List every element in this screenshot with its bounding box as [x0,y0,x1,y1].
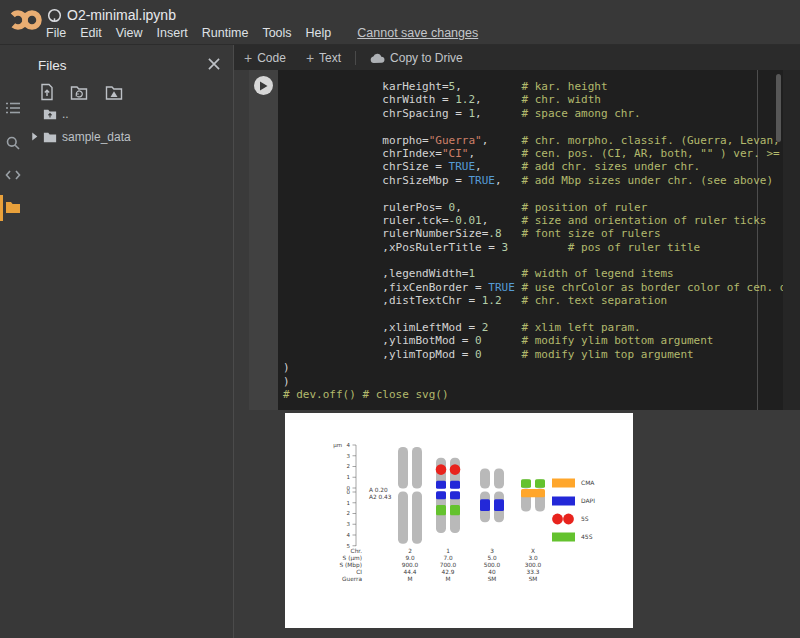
table-row-label: S (Mbp) [340,562,362,569]
table-cell-value: SM [529,576,538,582]
add-code-button[interactable]: + Code [234,45,296,70]
colab-logo[interactable] [8,7,42,33]
mark-5S [450,464,461,475]
code-line [283,187,783,200]
menu-edit[interactable]: Edit [80,26,102,40]
mark-45S [450,505,460,515]
refresh-folder-icon[interactable] [70,83,88,101]
table-cell-value: 900.0 [402,562,419,568]
legend-label: DAPI [581,497,595,504]
run-cell-button[interactable] [254,76,273,95]
code-line: karHeight=5, # kar. height [283,80,783,93]
karyotype-plot: µm43210012345A 0.20A2 0.43CMADAPI5S45SCh… [285,413,633,628]
files-icon[interactable] [5,199,21,215]
table-of-contents-icon[interactable] [5,100,21,116]
files-panel-title: Files [38,58,67,73]
code-line: ruler.tck=-0.01, # size and orientation … [283,214,783,227]
cloud-icon [370,52,385,64]
menu-help[interactable]: Help [306,26,332,40]
code-line: ,distTextChr = 1.2 # chr. text separatio… [283,294,783,307]
table-row-label: CI [356,569,362,575]
table-cell-value: 42.9 [442,569,455,575]
code-line: rulerPos= 0, # position of ruler [283,201,783,214]
close-icon[interactable] [205,55,223,73]
table-cell-value: 3 [490,548,494,554]
mount-drive-icon[interactable] [105,83,123,101]
editor-scrollbar-thumb[interactable] [776,74,781,142]
table-cell-value: 5.0 [487,555,497,561]
code-line: chrWidth = 1.2, # chr. width [283,93,783,106]
mark-DAPI [480,499,490,511]
table-cell-value: M [445,576,450,582]
code-line: ,xlimLeftMod = 2 # xlim left param. [283,321,783,334]
asymmetry-index-label: A 0.20 [369,487,388,493]
ruler-tick-label: 4 [347,442,351,448]
code-line: ,ylimTopMod = 0 # modify ylim top argume… [283,348,783,361]
chevron-right-icon[interactable] [30,132,39,141]
upload-file-icon[interactable] [38,83,56,101]
code-line: ,ylimBotMod = 0 # modify ylim bottom arg… [283,334,783,347]
copy-to-drive-button[interactable]: Copy to Drive [360,45,473,70]
table-cell-value: 700.0 [440,562,457,568]
table-row-label: S (µm) [343,555,362,562]
table-cell-value: 1 [446,548,450,554]
ruler-tick-label: 2 [347,510,351,516]
asymmetry-index-label: A2 0.43 [369,494,392,500]
app-header: O2-minimal.ipynb File Edit View Insert R… [0,0,800,45]
code-line: # dev.off() # close svg() [283,388,783,401]
legend-label: 45S [581,533,593,540]
menu-insert[interactable]: Insert [157,26,188,40]
legend-swatch-CMA [552,479,575,488]
code-line: ) [283,375,783,388]
menu-view[interactable]: View [116,26,143,40]
notebook-title[interactable]: O2-minimal.ipynb [67,7,176,23]
mark-DAPI [450,491,460,499]
menu-runtime[interactable]: Runtime [202,26,249,40]
save-status-link[interactable]: Cannot save changes [357,26,478,40]
chromosome-2-short-arm [398,447,408,489]
folder-up-icon [43,107,57,121]
code-editor[interactable]: karHeight=5, # kar. height chrWidth = 1.… [278,70,783,410]
tree-item-sample-data[interactable]: sample_data [26,129,233,145]
cell-output-image: µm43210012345A 0.20A2 0.43CMADAPI5S45SCh… [285,413,633,628]
add-text-label: Text [319,51,341,65]
code-line: rulerNumberSize=.8 # font size of rulers [283,227,783,240]
tree-item-label: sample_data [62,130,131,144]
chromosome-3-short-arm [480,469,490,489]
code-line [283,254,783,267]
table-row-label: Chr. [351,548,363,554]
table-cell-value: 40 [488,569,496,575]
toolbar-divider [355,51,356,65]
colab-app: { "header": { "filename": "O2-minimal.ip… [0,0,800,638]
table-cell-value: 500.0 [484,562,501,568]
table-cell-value: 33.3 [527,569,540,575]
menu-tools[interactable]: Tools [262,26,291,40]
table-cell-value: 44.4 [404,569,417,575]
mark-DAPI [450,481,460,489]
code-line: chrSizeMbp = TRUE, # add Mbp sizes under… [283,174,783,187]
mark-DAPI [436,481,446,489]
ruler-title: µm [333,442,342,449]
ruler-tick-label: 1 [347,500,351,506]
mark-DAPI [436,491,446,499]
code-line: chrSpacing = 1, # space among chr. [283,107,783,120]
legend-label: 5S [581,515,589,522]
ruler-tick-label: 3 [347,453,351,459]
mark-CMA [521,489,545,497]
table-cell-value: M [407,576,412,582]
table-cell-value: SM [488,576,497,582]
add-text-button[interactable]: + Text [296,45,351,70]
tree-item-label: .. [62,107,69,121]
plus-icon: + [244,51,252,65]
table-cell-value: 3.0 [528,555,538,561]
code-snippets-icon[interactable] [5,167,21,183]
code-line: ,legendWidth=1 # width of legend items [283,267,783,280]
search-icon[interactable] [5,135,21,151]
code-line [283,308,783,321]
ruler-tick-label: 0 [347,489,351,495]
menu-file[interactable]: File [46,26,66,40]
legend-label: CMA [581,479,595,486]
tree-item-parent-folder[interactable]: .. [26,106,233,122]
table-cell-value: X [531,548,535,554]
add-code-label: Code [257,51,286,65]
